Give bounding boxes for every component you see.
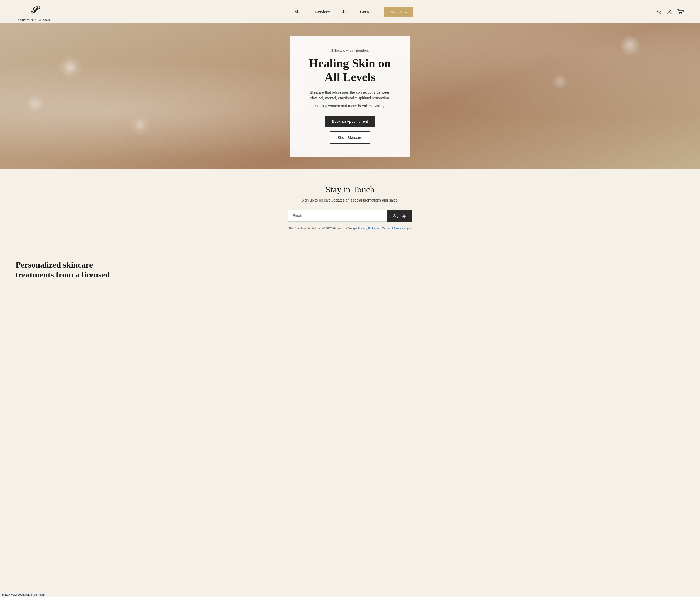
cart-button[interactable]: 1	[677, 9, 684, 14]
hero-title: Healing Skin on All Levels	[306, 57, 394, 84]
nav-contact[interactable]: Contact	[360, 9, 374, 14]
nav-services[interactable]: Services	[315, 9, 330, 14]
recaptcha-text-1: This form is protected by reCAPTCHA and …	[289, 227, 358, 230]
recaptcha-text-2: apply.	[403, 227, 411, 230]
hero-buttons: Book an Appointment Shop Skincare	[306, 116, 394, 144]
hero-description: Skincare that addresses the connections …	[306, 90, 394, 101]
privacy-policy-link[interactable]: Privacy Policy	[358, 227, 375, 230]
header-icons: 1	[656, 9, 684, 14]
logo[interactable]: 𝒮 Beauty Within Skincare	[16, 2, 51, 21]
logo-text: Beauty Within Skincare	[16, 19, 51, 21]
svg-point-3	[679, 14, 680, 14]
account-button[interactable]	[667, 9, 672, 14]
nav-about[interactable]: About	[295, 9, 305, 14]
bottom-section: Personalized skincare treatments from a …	[0, 249, 700, 285]
email-form: Sign Up	[288, 209, 412, 222]
shop-skincare-button[interactable]: Shop Skincare	[330, 131, 370, 144]
cart-count: 1	[682, 9, 684, 13]
book-appointment-button[interactable]: Book an Appointment	[325, 116, 375, 127]
newsletter-description: Sign up to receive updates on special pr…	[5, 198, 695, 202]
terms-of-service-link[interactable]: Terms of Service	[382, 227, 403, 230]
hero-serving: Serving women and teens in Yakima Valley…	[306, 104, 394, 108]
bottom-title: Personalized skincare treatments from a …	[16, 260, 115, 280]
logo-icon: 𝒮	[25, 2, 41, 18]
hero-card: Skincare with Intention. Healing Skin on…	[290, 35, 410, 157]
nav-shop[interactable]: Shop	[341, 9, 350, 14]
email-input[interactable]	[288, 209, 387, 222]
account-icon	[667, 9, 672, 14]
site-header: 𝒮 Beauty Within Skincare About Services …	[0, 0, 700, 23]
svg-point-0	[658, 10, 661, 13]
main-nav: About Services Shop Contact Book Now	[295, 7, 413, 17]
cart-icon	[677, 9, 682, 14]
svg-line-1	[660, 13, 661, 14]
recaptcha-notice: This form is protected by reCAPTCHA and …	[288, 226, 412, 231]
svg-point-2	[669, 10, 671, 12]
book-now-button[interactable]: Book Now	[384, 7, 413, 17]
hero-section: Skincare with Intention. Healing Skin on…	[0, 23, 700, 169]
hero-subtitle: Skincare with Intention.	[306, 49, 394, 52]
newsletter-title: Stay in Touch	[5, 184, 695, 195]
svg-point-4	[681, 14, 682, 14]
search-button[interactable]	[656, 9, 662, 14]
and-text: and	[376, 227, 382, 230]
search-icon	[656, 9, 662, 14]
sign-up-button[interactable]: Sign Up	[387, 209, 412, 222]
newsletter-section: Stay in Touch Sign up to receive updates…	[0, 169, 700, 249]
